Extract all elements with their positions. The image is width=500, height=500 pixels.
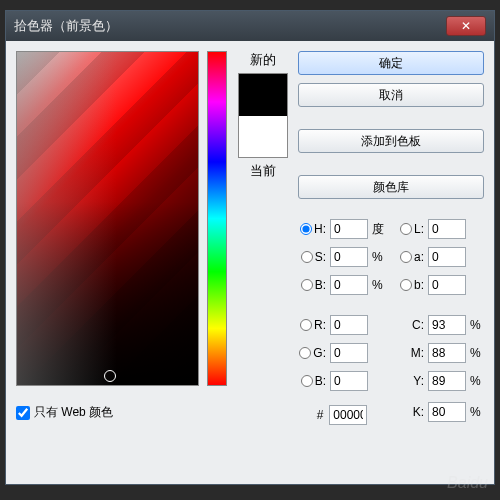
k-input[interactable] [428, 402, 466, 422]
cancel-button[interactable]: 取消 [298, 83, 484, 107]
m-input[interactable] [428, 343, 466, 363]
h-input[interactable] [330, 219, 368, 239]
c-input[interactable] [428, 315, 466, 335]
b-lab-radio[interactable] [400, 279, 412, 291]
close-icon: ✕ [461, 19, 471, 33]
g-radio[interactable] [299, 347, 311, 359]
h-radio[interactable] [300, 223, 312, 235]
k-label: K: [396, 405, 424, 419]
a-label[interactable]: a: [396, 250, 424, 264]
r-radio[interactable] [300, 319, 312, 331]
hex-input[interactable] [329, 405, 367, 425]
b-hsb-label[interactable]: B: [298, 278, 326, 292]
s-label[interactable]: S: [298, 250, 326, 264]
color-swatches [238, 73, 288, 158]
m-label: M: [396, 346, 424, 360]
l-label[interactable]: L: [396, 222, 424, 236]
new-color-label: 新的 [250, 51, 276, 69]
a-radio[interactable] [400, 251, 412, 263]
new-color-swatch [239, 74, 287, 116]
b-rgb-input[interactable] [330, 371, 368, 391]
g-input[interactable] [330, 343, 368, 363]
y-label: Y: [396, 374, 424, 388]
b-rgb-radio[interactable] [301, 375, 313, 387]
color-picker-dialog: 拾色器（前景色） ✕ 只有 Web 颜色 新的 [5, 10, 495, 485]
y-input[interactable] [428, 371, 466, 391]
r-input[interactable] [330, 315, 368, 335]
s-radio[interactable] [301, 251, 313, 263]
web-only-label: 只有 Web 颜色 [34, 404, 113, 421]
h-label[interactable]: H: [298, 222, 326, 236]
s-input[interactable] [330, 247, 368, 267]
c-label: C: [396, 318, 424, 332]
l-radio[interactable] [400, 223, 412, 235]
b-hsb-input[interactable] [330, 275, 368, 295]
b-hsb-radio[interactable] [301, 279, 313, 291]
add-swatch-button[interactable]: 添加到色板 [298, 129, 484, 153]
hex-label: # [317, 408, 324, 422]
current-color-label: 当前 [250, 162, 276, 180]
a-input[interactable] [428, 247, 466, 267]
b-lab-label[interactable]: b: [396, 278, 424, 292]
l-input[interactable] [428, 219, 466, 239]
dialog-title: 拾色器（前景色） [14, 17, 446, 35]
field-cursor-icon [104, 370, 116, 382]
current-color-swatch[interactable] [239, 116, 287, 158]
titlebar: 拾色器（前景色） ✕ [6, 11, 494, 41]
r-label[interactable]: R: [298, 318, 326, 332]
hue-slider[interactable] [207, 51, 227, 386]
close-button[interactable]: ✕ [446, 16, 486, 36]
b-rgb-label[interactable]: B: [298, 374, 326, 388]
color-lib-button[interactable]: 颜色库 [298, 175, 484, 199]
ok-button[interactable]: 确定 [298, 51, 484, 75]
web-only-checkbox[interactable] [16, 406, 30, 420]
color-field[interactable] [16, 51, 199, 386]
b-lab-input[interactable] [428, 275, 466, 295]
g-label[interactable]: G: [298, 346, 326, 360]
watermark: Baidu [447, 474, 488, 492]
